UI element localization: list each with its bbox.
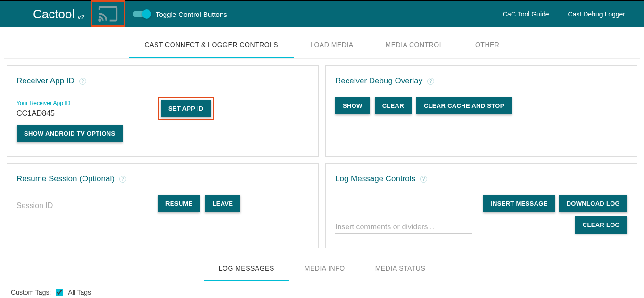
show-button[interactable]: SHOW [335,97,370,114]
log-comment-input[interactable] [335,221,472,234]
log-message-controls-card: Log Message Controls ? INSERT MESSAGE DO… [325,163,637,248]
log-panel: LOG MESSAGES MEDIA INFO MEDIA STATUS Cus… [4,255,640,298]
receiver-app-id-card: Receiver App ID ? Your Receiver App ID S… [7,65,319,157]
cast-debug-logger-link[interactable]: Cast Debug Logger [568,10,625,18]
cac-tool-guide-link[interactable]: CaC Tool Guide [503,10,549,18]
card-title: Receiver App ID ? [17,76,309,86]
card-title: Resume Session (Optional) ? [17,174,309,184]
set-app-id-highlight: SET APP ID [158,97,214,120]
tab-other[interactable]: OTHER [459,31,516,58]
help-icon[interactable]: ? [79,78,86,85]
log-buttons-group: INSERT MESSAGE DOWNLOAD LOG CLEAR LOG [481,195,627,234]
svg-point-0 [99,19,100,21]
app-header: Cactool v2 Toggle Control Buttons CaC To… [0,1,644,27]
tab-log-messages[interactable]: LOG MESSAGES [204,255,289,281]
download-log-button[interactable]: DOWNLOAD LOG [559,195,627,212]
tab-media-info[interactable]: MEDIA INFO [289,255,360,281]
tab-cast-connect[interactable]: CAST CONNECT & LOGGER CONTROLS [129,31,295,58]
custom-tags-label: Custom Tags: [11,289,51,296]
card-title-text: Receiver App ID [17,76,74,86]
card-title-text: Receiver Debug Overlay [335,76,422,86]
set-app-id-button[interactable]: SET APP ID [161,100,211,117]
field-label: Your Receiver App ID [17,100,153,106]
resume-button[interactable]: RESUME [158,195,200,212]
show-android-tv-options-button[interactable]: SHOW ANDROID TV OPTIONS [17,125,123,142]
leave-button[interactable]: LEAVE [205,195,240,212]
cast-icon-highlight [91,0,125,27]
custom-tags-row: Custom Tags: All Tags [4,281,640,296]
card-title: Receiver Debug Overlay ? [335,76,627,86]
receiver-app-id-field: Your Receiver App ID [17,100,153,120]
log-tabs: LOG MESSAGES MEDIA INFO MEDIA STATUS [4,255,640,281]
cards-grid: Receiver App ID ? Your Receiver App ID S… [0,59,644,251]
app-title: Cactool [33,7,74,22]
clear-log-button[interactable]: CLEAR LOG [575,216,627,234]
toggle-thumb [142,9,151,19]
session-id-input[interactable] [17,200,153,212]
help-icon[interactable]: ? [420,176,427,183]
card-title: Log Message Controls ? [335,174,627,184]
help-icon[interactable]: ? [119,176,126,183]
tab-load-media[interactable]: LOAD MEDIA [294,31,369,58]
toggle-track [133,11,150,17]
card-title-text: Resume Session (Optional) [17,174,115,184]
toggle-label: Toggle Control Buttons [156,10,227,18]
insert-message-button[interactable]: INSERT MESSAGE [483,195,555,212]
app-version: v2 [77,13,85,21]
receiver-debug-overlay-card: Receiver Debug Overlay ? SHOW CLEAR CLEA… [325,65,637,157]
card-title-text: Log Message Controls [335,174,415,184]
receiver-app-id-input[interactable] [17,107,153,120]
help-icon[interactable]: ? [427,78,434,85]
clear-cache-and-stop-button[interactable]: CLEAR CACHE AND STOP [416,97,512,114]
cast-icon[interactable] [96,3,120,24]
clear-button[interactable]: CLEAR [375,97,412,114]
tab-media-control[interactable]: MEDIA CONTROL [370,31,459,58]
resume-session-card: Resume Session (Optional) ? RESUME LEAVE [7,163,319,248]
all-tags-label: All Tags [68,289,91,296]
toggle-control-buttons[interactable]: Toggle Control Buttons [133,10,227,18]
tab-media-status[interactable]: MEDIA STATUS [360,255,441,281]
main-tabs: CAST CONNECT & LOGGER CONTROLS LOAD MEDI… [4,31,640,59]
all-tags-checkbox[interactable] [56,289,63,296]
